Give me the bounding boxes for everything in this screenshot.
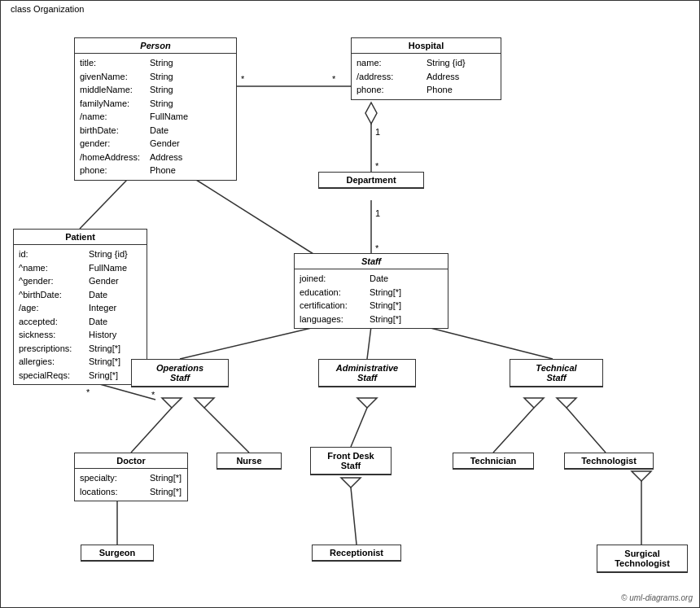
svg-marker-38: [632, 471, 651, 481]
svg-line-23: [131, 408, 172, 453]
nurse-class: Nurse: [217, 453, 282, 470]
doctor-header: Doctor: [75, 453, 187, 469]
svg-text:*: *: [375, 243, 379, 253]
diagram-container: class Organization * * 1 * 1 * * *: [0, 0, 700, 608]
operations-staff-header: OperationsStaff: [132, 360, 228, 387]
hospital-header: Hospital: [352, 38, 501, 54]
hospital-class: Hospital name:String {id} /address:Addre…: [351, 37, 501, 100]
front-desk-staff-class: Front DeskStaff: [310, 447, 392, 475]
staff-body: joined:Date education:String[*] certific…: [295, 269, 448, 328]
svg-line-10: [80, 180, 127, 229]
svg-line-35: [351, 488, 357, 545]
technologist-header: Technologist: [565, 453, 653, 469]
svg-marker-26: [195, 398, 214, 408]
svg-text:*: *: [332, 74, 336, 84]
surgeon-class: Surgeon: [81, 545, 154, 562]
svg-marker-36: [341, 478, 361, 488]
svg-line-21: [424, 326, 553, 359]
person-class: Person title:String givenName:String mid…: [74, 37, 237, 181]
administrative-staff-header: AdministrativeStaff: [319, 360, 415, 387]
receptionist-class: Receptionist: [312, 545, 401, 562]
receptionist-header: Receptionist: [313, 545, 400, 561]
administrative-staff-class: AdministrativeStaff: [318, 359, 416, 387]
copyright: © uml-diagrams.org: [621, 593, 693, 602]
front-desk-staff-header: Front DeskStaff: [311, 448, 391, 475]
svg-line-25: [204, 408, 249, 453]
svg-line-19: [367, 326, 371, 359]
doctor-class: Doctor specialty:String[*] locations:Str…: [74, 453, 188, 501]
surgeon-header: Surgeon: [81, 545, 153, 561]
staff-header: Staff: [295, 254, 448, 269]
hospital-body: name:String {id} /address:Address phone:…: [352, 54, 501, 99]
staff-class: Staff joined:Date education:String[*] ce…: [294, 253, 448, 329]
svg-marker-32: [557, 398, 576, 408]
person-header: Person: [75, 38, 236, 54]
svg-text:*: *: [86, 387, 90, 397]
patient-class: Patient id:String {id} ^name:FullName ^g…: [13, 229, 147, 385]
svg-text:*: *: [375, 161, 379, 171]
svg-text:*: *: [241, 74, 245, 84]
technician-class: Technician: [453, 453, 534, 470]
svg-text:*: *: [151, 390, 155, 400]
department-header: Department: [319, 173, 423, 188]
technologist-class: Technologist: [564, 453, 654, 470]
diagram-title: class Organization: [7, 4, 88, 14]
svg-marker-28: [357, 398, 377, 408]
svg-marker-24: [162, 398, 182, 408]
surgical-technologist-class: SurgicalTechnologist: [597, 545, 688, 573]
person-body: title:String givenName:String middleName…: [75, 54, 236, 180]
technical-staff-header: TechnicalStaff: [510, 360, 602, 387]
svg-line-17: [180, 326, 318, 359]
department-class: Department: [318, 172, 424, 189]
operations-staff-class: OperationsStaff: [131, 359, 229, 387]
svg-text:1: 1: [375, 208, 380, 218]
technical-staff-class: TechnicalStaff: [510, 359, 603, 387]
svg-marker-4: [365, 103, 377, 124]
doctor-body: specialty:String[*] locations:String[*]: [75, 469, 187, 501]
patient-body: id:String {id} ^name:FullName ^gender:Ge…: [14, 245, 147, 384]
technician-header: Technician: [453, 453, 533, 469]
svg-line-27: [351, 408, 367, 447]
svg-marker-30: [524, 398, 544, 408]
surgical-technologist-header: SurgicalTechnologist: [597, 545, 687, 572]
svg-line-31: [567, 408, 606, 453]
svg-text:1: 1: [375, 127, 380, 137]
svg-line-29: [493, 408, 534, 453]
patient-header: Patient: [14, 230, 147, 245]
nurse-header: Nurse: [217, 453, 281, 469]
